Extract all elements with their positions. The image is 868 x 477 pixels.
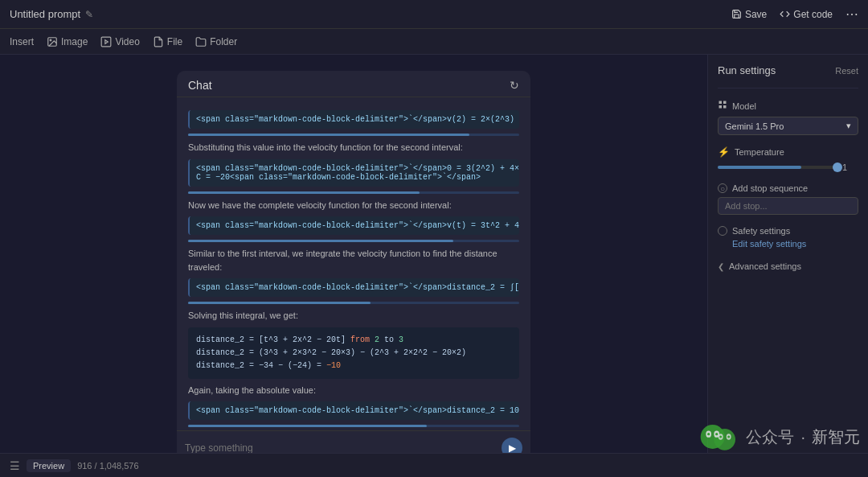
get-code-button[interactable]: Get code xyxy=(780,9,833,20)
toolbar-video[interactable]: Video xyxy=(100,36,139,47)
divider-1 xyxy=(718,88,858,88)
code-block-1: <span class="markdown-code-block-delimit… xyxy=(188,110,519,129)
code-block-5: <span class="markdown-code-block-delimit… xyxy=(188,401,519,420)
watermark: 公众号 · 新智元 xyxy=(699,421,860,453)
model-select-dropdown[interactable]: Gemini 1.5 Pro ▾ xyxy=(718,117,858,135)
temperature-section: ⚡ Temperature 1 xyxy=(718,146,858,172)
svg-rect-5 xyxy=(723,101,727,105)
msg-text-3: Similar to the first interval, we integr… xyxy=(188,247,519,273)
folder-label: Folder xyxy=(210,36,237,47)
save-button[interactable]: Save xyxy=(731,9,767,20)
progress-4 xyxy=(188,302,519,304)
send-button[interactable]: ▶ xyxy=(502,438,522,453)
safety-section: Safety settings Edit safety settings xyxy=(718,226,858,250)
code-block-2: <span class="markdown-code-block-delimit… xyxy=(188,159,519,187)
video-icon xyxy=(100,36,112,47)
temperature-value: 1 xyxy=(842,162,858,172)
temperature-section-title: ⚡ Temperature xyxy=(718,146,858,158)
svg-marker-3 xyxy=(105,39,108,43)
insert-label: Insert xyxy=(10,36,34,47)
file-label: File xyxy=(167,36,182,47)
model-chevron-icon: ▾ xyxy=(846,121,851,131)
grid-icon xyxy=(718,100,727,109)
model-icon xyxy=(718,100,727,112)
temperature-slider-track[interactable] xyxy=(718,166,837,169)
chat-title: Chat xyxy=(188,79,212,92)
svg-point-16 xyxy=(720,436,723,438)
chat-area: Chat ↻ <span class="markdown-code-block-… xyxy=(0,55,707,453)
add-stop-icon: ○ xyxy=(718,183,727,193)
temperature-slider-fill xyxy=(718,166,801,169)
svg-point-15 xyxy=(715,433,718,435)
chat-messages[interactable]: <span class="markdown-code-block-delimit… xyxy=(177,97,530,430)
model-selected-value: Gemini 1.5 Pro xyxy=(725,121,784,131)
refresh-icon[interactable]: ↻ xyxy=(510,79,519,92)
run-settings-header: Run settings Reset xyxy=(718,64,858,76)
right-panel: Run settings Reset Model Gemini 1.5 Pro … xyxy=(707,55,868,453)
temperature-slider-thumb[interactable] xyxy=(833,162,842,172)
advanced-section: ❮ Advanced settings xyxy=(718,261,858,271)
msg-text-5: Again, taking the absolute value: xyxy=(188,384,519,397)
top-bar: Untitled prompt ✎ Save Get code ⋯ xyxy=(0,0,868,29)
watermark-dot: · xyxy=(800,428,805,446)
svg-point-17 xyxy=(728,436,731,438)
svg-rect-6 xyxy=(719,105,723,109)
edit-safety-link[interactable]: Edit safety settings xyxy=(732,239,806,249)
chat-input-area: ▶ xyxy=(177,430,530,453)
progress-5 xyxy=(188,425,519,427)
msg-text-2: Now we have the complete velocity functi… xyxy=(188,199,519,212)
file-icon xyxy=(153,36,164,47)
progress-1 xyxy=(188,134,519,136)
toolbar-folder[interactable]: Folder xyxy=(195,36,237,47)
add-stop-input[interactable] xyxy=(718,197,858,215)
svg-rect-7 xyxy=(723,105,727,109)
edit-title-icon[interactable]: ✎ xyxy=(85,9,93,20)
temperature-label: Temperature xyxy=(735,147,784,157)
svg-point-1 xyxy=(50,39,51,41)
temperature-slider-container: 1 xyxy=(718,162,858,172)
save-icon xyxy=(731,9,742,19)
send-icon: ▶ xyxy=(509,442,516,453)
chat-input[interactable] xyxy=(185,442,495,453)
msg-text-4: Solving this integral, we get: xyxy=(188,309,519,323)
toolbar-file[interactable]: File xyxy=(153,36,182,47)
token-count: 916 / 1,048,576 xyxy=(77,461,138,471)
add-stop-label: Add stop sequence xyxy=(732,183,808,193)
page-title: Untitled prompt xyxy=(10,8,80,20)
model-section-title: Model xyxy=(718,100,858,112)
toolbar-image[interactable]: Image xyxy=(47,36,88,47)
code-icon xyxy=(780,9,790,19)
advanced-row[interactable]: ❮ Advanced settings xyxy=(718,261,858,271)
get-code-label: Get code xyxy=(793,9,833,20)
toolbar: Insert Image Video File Folder xyxy=(0,29,868,55)
wechat-logo-icon xyxy=(699,421,739,453)
model-label: Model xyxy=(732,101,756,111)
top-bar-right: Save Get code ⋯ xyxy=(731,6,858,22)
image-label: Image xyxy=(61,36,88,47)
progress-3 xyxy=(188,240,519,242)
hamburger-icon[interactable]: ☰ xyxy=(10,459,20,472)
advanced-chevron-icon: ❮ xyxy=(718,262,724,271)
toolbar-insert[interactable]: Insert xyxy=(10,36,34,47)
safety-row: Safety settings xyxy=(718,226,858,236)
advanced-label: Advanced settings xyxy=(729,261,801,271)
main-layout: Chat ↻ <span class="markdown-code-block-… xyxy=(0,55,868,453)
chat-container: Chat ↻ <span class="markdown-code-block-… xyxy=(177,71,530,453)
preview-tab[interactable]: Preview xyxy=(27,459,71,472)
reset-button[interactable]: Reset xyxy=(835,66,858,76)
watermark-separator: 公众号 xyxy=(746,426,794,448)
run-settings-label: Run settings xyxy=(718,64,776,76)
code-block-3: <span class="markdown-code-block-delimit… xyxy=(188,216,519,235)
image-icon xyxy=(47,36,58,47)
progress-2 xyxy=(188,191,519,194)
code-block-dark-1: distance_2 = [t^3 + 2x^2 − 20t] from 2 t… xyxy=(188,327,519,379)
top-bar-left: Untitled prompt ✎ xyxy=(10,8,93,20)
msg-text-1: Substituting this value into the velocit… xyxy=(188,141,519,154)
more-options-button[interactable]: ⋯ xyxy=(845,6,858,22)
model-section: Model Gemini 1.5 Pro ▾ xyxy=(718,100,858,135)
watermark-brand: 新智元 xyxy=(812,426,860,448)
code-block-4: <span class="markdown-code-block-delimit… xyxy=(188,278,519,297)
add-stop-section: ○ Add stop sequence xyxy=(718,183,858,215)
video-label: Video xyxy=(115,36,139,47)
bottom-bar: ☰ Preview 916 / 1,048,576 xyxy=(0,453,868,477)
